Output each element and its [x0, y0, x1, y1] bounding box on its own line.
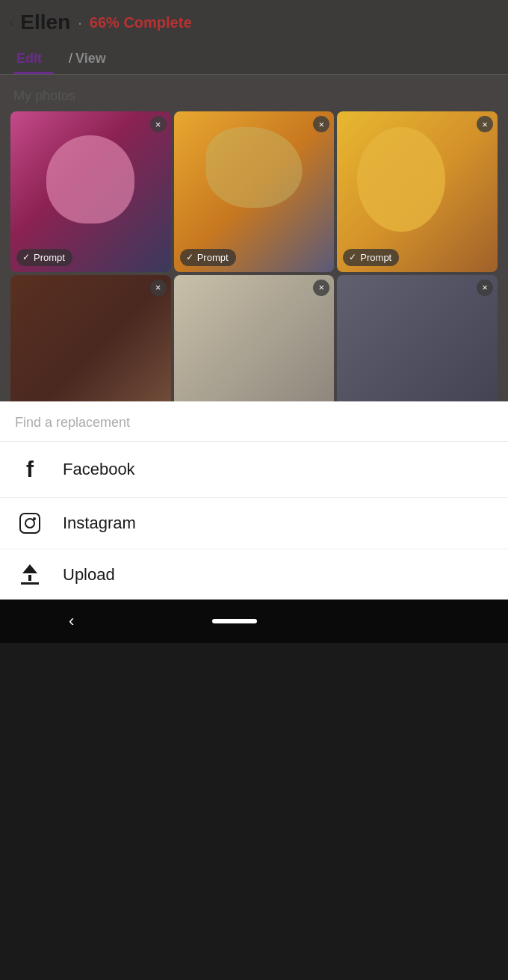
- nav-home-pill[interactable]: [212, 619, 257, 623]
- tab-view[interactable]: View: [72, 42, 118, 74]
- upload-arrow-icon: [21, 564, 39, 585]
- instagram-icon: [15, 513, 45, 534]
- photo-cell-2[interactable]: × ✓ Prompt: [174, 111, 335, 272]
- photo-close-1[interactable]: ×: [150, 116, 167, 132]
- upload-label: Upload: [63, 565, 115, 585]
- photo-close-6[interactable]: ×: [477, 280, 493, 296]
- photo-close-4[interactable]: ×: [150, 280, 167, 296]
- instagram-label: Instagram: [63, 514, 136, 533]
- bottom-sheet-header: Find a replacement: [0, 401, 508, 442]
- back-button[interactable]: ‹: [9, 13, 14, 32]
- photo-face-1: [10, 111, 171, 272]
- upload-icon: [15, 564, 45, 585]
- upload-base: [21, 582, 39, 585]
- facebook-icon: f: [15, 457, 45, 482]
- prompt-check-3: ✓: [349, 252, 356, 262]
- nav-back-button[interactable]: ‹: [69, 611, 74, 631]
- page-title: Ellen: [20, 10, 70, 34]
- tab-bar: Edit / View: [0, 42, 508, 75]
- photo-grid: × ✓ Prompt × ✓ Prompt × ✓ Prompt: [0, 111, 508, 435]
- bottom-sheet: Find a replacement f Facebook Instagram: [0, 401, 508, 600]
- photo-close-3[interactable]: ×: [477, 116, 493, 132]
- prompt-badge-2[interactable]: ✓ Prompt: [180, 249, 236, 266]
- tab-edit[interactable]: Edit: [13, 42, 54, 74]
- prompt-check-2: ✓: [186, 252, 193, 262]
- upload-option[interactable]: Upload: [0, 549, 508, 600]
- photo-cell-1[interactable]: × ✓ Prompt: [10, 111, 171, 272]
- instagram-option[interactable]: Instagram: [0, 498, 508, 549]
- completion-status: 66% Complete: [90, 14, 192, 31]
- header: ‹ Ellen · 66% Complete: [0, 0, 508, 42]
- prompt-text-3: Prompt: [360, 252, 391, 263]
- prompt-check-1: ✓: [22, 252, 30, 262]
- prompt-text-1: Prompt: [34, 252, 65, 263]
- upload-arrow-head: [22, 564, 37, 573]
- prompt-badge-1[interactable]: ✓ Prompt: [16, 249, 72, 266]
- photo-face-3: [337, 111, 498, 272]
- header-dot: ·: [78, 14, 82, 31]
- prompt-text-2: Prompt: [197, 252, 229, 263]
- upload-stem: [28, 575, 31, 581]
- find-replacement-label: Find a replacement: [15, 415, 130, 430]
- photo-face-2: [174, 111, 335, 272]
- instagram-camera-icon: [19, 513, 40, 534]
- photo-close-5[interactable]: ×: [313, 280, 329, 296]
- photos-section-title: My photos: [0, 75, 508, 111]
- facebook-option[interactable]: f Facebook: [0, 442, 508, 498]
- prompt-badge-3[interactable]: ✓ Prompt: [343, 249, 399, 266]
- photo-cell-3[interactable]: × ✓ Prompt: [337, 111, 498, 272]
- facebook-label: Facebook: [63, 460, 135, 479]
- bottom-nav: ‹: [0, 600, 508, 643]
- facebook-f-icon: f: [26, 457, 34, 482]
- main-content: ‹ Ellen · 66% Complete Edit / View My ph…: [0, 0, 508, 643]
